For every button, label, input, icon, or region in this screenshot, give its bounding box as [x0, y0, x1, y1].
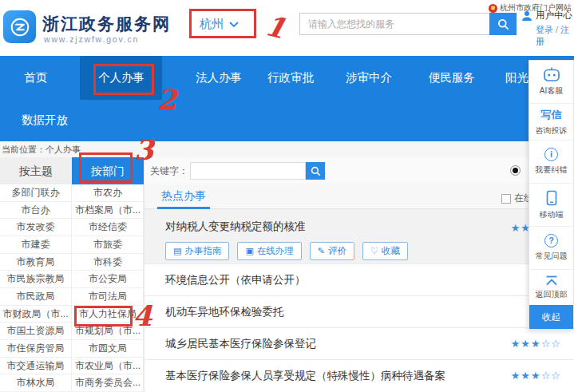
hotlist-item[interactable]: 基本医疗保险参保人员享受规定（特殊慢性）病种待遇备案 ★★★☆☆ [144, 359, 574, 391]
national-emblem-icon [489, 4, 497, 13]
write-letter-label: 咨询投诉 [536, 125, 568, 137]
arrow-up-icon [544, 275, 559, 286]
dept-item[interactable]: 市旅委 [72, 236, 144, 254]
nav-item-open-data[interactable]: 数据开放 [22, 104, 68, 136]
favorite-button[interactable]: ♡收藏 [362, 242, 408, 260]
login-link[interactable]: 登录 [536, 25, 553, 34]
dept-item[interactable]: 市民族宗教局 [0, 271, 72, 288]
dept-item[interactable]: 市台办 [0, 202, 72, 220]
report-error-button[interactable]: i 我要纠错 [529, 141, 573, 184]
search-button[interactable] [489, 13, 517, 35]
dept-item[interactable]: 市住保房管局 [0, 340, 72, 358]
search-input[interactable] [299, 13, 489, 35]
collapse-panel-button[interactable]: 收起 [529, 305, 573, 329]
nav-item-personal[interactable]: 个人办事 [98, 56, 144, 100]
filter-radio[interactable] [510, 165, 521, 176]
ai-service-button[interactable]: AI客服 [529, 61, 573, 104]
review-button-label: 评价 [328, 245, 346, 257]
question-icon: ? [544, 234, 558, 247]
keyword-label: 关键字： [150, 164, 188, 178]
dept-item[interactable]: 市司法局 [72, 288, 144, 306]
nav-item-approval[interactable]: 行政审批 [267, 56, 314, 100]
mobile-button[interactable]: 移动端 [529, 184, 573, 227]
keyword-bar: 关键字： [144, 157, 574, 184]
search-icon [497, 18, 509, 30]
dept-item[interactable]: 市农办 [72, 184, 144, 202]
robot-icon [543, 67, 560, 82]
guide-button-label: 办事指南 [184, 245, 221, 257]
write-letter-button[interactable]: 写信 咨询投诉 [529, 104, 573, 141]
ai-service-label: AI客服 [540, 85, 563, 97]
info-icon: i [544, 148, 558, 161]
dept-item[interactable]: 市民政局 [0, 288, 72, 306]
keyword-search-button[interactable] [306, 162, 325, 180]
nav-item-legal[interactable]: 法人办事 [196, 56, 242, 100]
keyword-input[interactable] [190, 162, 306, 180]
user-center-label: 用户中心 [536, 10, 572, 22]
logo-swirl-icon [10, 17, 30, 38]
hotlist-item-expanded[interactable]: 对纳税人变更纳税定额的核准 ★★★☆☆ ▤办事指南 ▣在线办理 ✎评价 ♡收藏 [144, 209, 574, 263]
service-title: 机动车异地环保检验委托 [165, 306, 284, 318]
page: 杭州市政府门户网站 浙江政务服务网 www.zjzwfw.gov.cn 杭州 [0, 0, 574, 392]
dept-item[interactable]: 市规划局（市... [72, 323, 144, 340]
guide-button[interactable]: ▤办事指南 [165, 242, 229, 260]
phone-icon [546, 190, 557, 206]
dept-item[interactable]: 市公安局 [72, 271, 144, 288]
dept-item[interactable]: 市建委 [0, 236, 72, 254]
heart-icon: ♡ [370, 246, 378, 256]
dept-item[interactable]: 市交通运输局 [0, 358, 72, 375]
floating-tools-panel: AI客服 写信 咨询投诉 i 我要纠错 移动端 ? 常见问题 返回顶部 [528, 60, 574, 330]
dept-item[interactable]: 多部门联办 [0, 184, 72, 202]
tab-by-department[interactable]: 按部门 [72, 157, 144, 184]
checkbox-icon [501, 194, 511, 204]
breadcrumb: 当前位置：个人办事 [0, 141, 574, 157]
city-selector[interactable]: 杭州 [200, 17, 239, 32]
site-logo[interactable] [3, 10, 36, 43]
user-center: 用户中心 登录 / 注册 [521, 10, 574, 48]
dept-item[interactable]: 市财政局（市... [0, 306, 72, 323]
dept-item[interactable]: 市林水局 [0, 374, 72, 392]
online-handle-button[interactable]: ▣在线办理 [237, 242, 301, 260]
department-sidebar: 按主题 按部门 多部门联办 市农办 市台办 市档案局（市... 市发改委 市经信… [0, 157, 144, 392]
dept-item[interactable]: 市国土资源局 [0, 323, 72, 340]
tab-by-theme[interactable]: 按主题 [0, 157, 72, 184]
service-title: 城乡居民基本医疗保险参保登记 [165, 338, 316, 350]
nav-item-agency[interactable]: 涉审中介 [346, 56, 392, 100]
search-icon [311, 166, 321, 176]
dept-item[interactable]: 市教育局 [0, 254, 72, 271]
site-name: 浙江政务服务网 [42, 13, 171, 35]
edit-icon: ✎ [318, 246, 325, 256]
rating-stars: ★★★☆☆ [511, 360, 561, 391]
city-selector-label: 杭州 [200, 17, 224, 32]
main-nav: 首页 个人办事 法人办事 行政审批 涉审中介 便民服务 阳光政务 数据开放 [0, 56, 574, 141]
user-icon [521, 10, 532, 22]
report-error-label: 我要纠错 [536, 164, 568, 176]
dept-item[interactable]: 市农业局（市... [72, 358, 144, 375]
rating-stars: ★★★☆☆ [511, 328, 561, 359]
dept-item[interactable]: 市档案局（市... [72, 202, 144, 220]
service-title: 环境信息公开（依申请公开） [165, 274, 306, 286]
review-button[interactable]: ✎评价 [310, 242, 354, 260]
service-actions: ▤办事指南 ▣在线办理 ✎评价 ♡收藏 [165, 242, 574, 260]
hotlist-item[interactable]: 城乡居民基本医疗保险参保登记 ★★★☆☆ [144, 327, 574, 359]
faq-button[interactable]: ? 常见问题 [529, 227, 573, 270]
dept-item[interactable]: 市商务委员会... [72, 374, 144, 392]
dept-item[interactable]: 市发改委 [0, 219, 72, 236]
dept-item[interactable]: 市园文局 [72, 340, 144, 358]
dept-item[interactable]: 市经信委 [72, 219, 144, 236]
user-center-row[interactable]: 用户中心 [521, 10, 574, 22]
online-handle-button-label: 在线办理 [257, 245, 294, 257]
nav-item-public[interactable]: 便民服务 [429, 56, 475, 100]
back-to-top-button[interactable]: 返回顶部 [529, 270, 573, 305]
nav-item-home[interactable]: 首页 [24, 56, 47, 100]
breadcrumb-current: 个人办事 [46, 145, 81, 154]
hotlist-item[interactable]: 机动车异地环保检验委托 [144, 295, 574, 327]
dept-item-hr-bureau[interactable]: 市人力社保局 [72, 306, 144, 323]
dept-item[interactable]: 市科委 [72, 254, 144, 271]
chevron-down-icon [229, 22, 239, 28]
tab-hot-services[interactable]: 热点办事 [157, 184, 210, 209]
monitor-icon: ▣ [245, 246, 253, 256]
header-search [299, 13, 517, 35]
department-grid: 多部门联办 市农办 市台办 市档案局（市... 市发改委 市经信委 市建委 市旅… [0, 184, 144, 392]
hotlist-item[interactable]: 环境信息公开（依申请公开） [144, 263, 574, 295]
